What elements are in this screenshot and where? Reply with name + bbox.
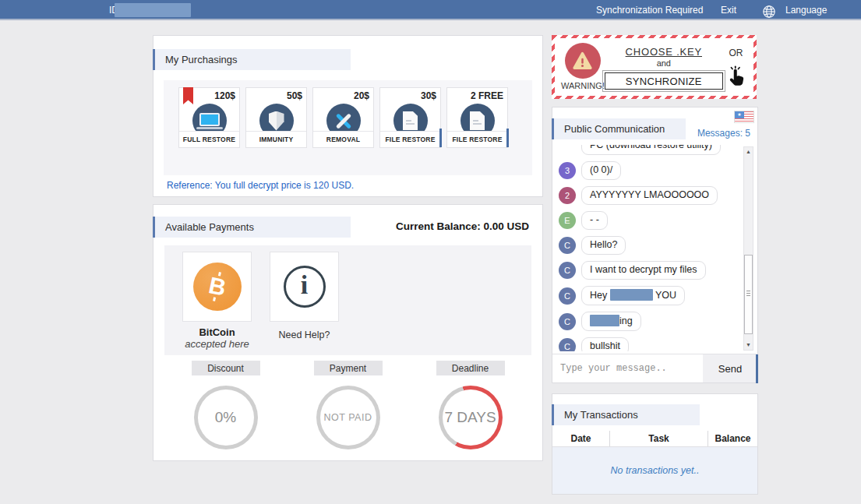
globe-icon (762, 5, 776, 19)
warning-label: WARNING! (561, 81, 605, 90)
messages-counter: Messages: 5 (697, 128, 750, 139)
product-label: IMMUNITY (246, 131, 306, 147)
column-date: Date (552, 431, 610, 446)
chat-scrollbar[interactable]: ▲ ▼ (743, 146, 753, 351)
product-price: 50$ (287, 90, 302, 101)
warning-icon (565, 43, 601, 79)
avatar: 3 (559, 162, 576, 179)
chat-message-row: PC (download restore utility) (559, 145, 744, 155)
stat-deadline: Deadline7 DAYS (409, 361, 531, 449)
redacted-text (610, 289, 653, 301)
chat-title: Public Communication (552, 118, 686, 139)
stat-value: 0% (215, 409, 236, 426)
product-card-full-restore[interactable]: 120$FULL RESTORE (178, 87, 240, 148)
no-transactions-text: No transactions yet.. (611, 465, 700, 476)
send-button[interactable]: Send (703, 354, 757, 382)
scrollbar-thumb[interactable] (744, 255, 753, 334)
bitcoin-icon (193, 263, 242, 311)
stat-label: Discount (192, 361, 260, 375)
language-button[interactable]: Language (785, 5, 827, 16)
payments-title: Available Payments (153, 217, 351, 238)
file-icon (403, 111, 418, 130)
stat-value: NOT PAID (324, 412, 372, 423)
avatar: C (559, 287, 576, 305)
product-card-file-restore[interactable]: 2 FREEFILE RESTORE (446, 87, 508, 148)
payment-stats: Discount0%PaymentNOT PAIDDeadline7 DAYS (164, 361, 531, 449)
or-label: OR (729, 48, 743, 58)
stat-label: Payment (314, 361, 383, 375)
column-balance: Balance (708, 431, 757, 446)
bitcoin-label: BitCoin (182, 326, 252, 338)
product-label: FULL RESTORE (179, 131, 239, 147)
chat-bubble: AYYYYYYY LMAOOOOOO (581, 186, 718, 205)
stat-discount: Discount0% (164, 361, 287, 449)
need-help-tile[interactable] (270, 252, 339, 322)
choose-key-link[interactable]: CHOOSE .KEY (626, 46, 702, 58)
stat-ring-deadline: 7 DAYS (439, 386, 503, 449)
chat-message-row: Cing (559, 312, 744, 331)
avatar: C (559, 313, 576, 330)
transactions-table-header: Date Task Balance (552, 431, 757, 447)
chat-bubble: (0 0)/ (581, 161, 621, 180)
topbar: ID: Synchronization Required Exit Langua… (0, 0, 861, 20)
purchasings-title: My Purchasings (153, 49, 351, 70)
avatar: C (559, 338, 576, 351)
purchasing-cards: 120$FULL RESTORE50$IMMUNITY20$REMOVAL30$… (164, 80, 532, 175)
stat-ring-payment: NOT PAID (316, 386, 380, 449)
product-price: 2 FREE (471, 90, 503, 101)
scroll-up-icon[interactable]: ▲ (744, 147, 753, 157)
transactions-empty-area: No transactions yet.. (552, 447, 757, 494)
chat-message-row: 3(0 0)/ (559, 161, 744, 180)
chat-bubble: Hello? (581, 236, 626, 255)
info-icon (284, 266, 326, 308)
product-price: 20$ (354, 90, 369, 101)
chat-message-row: CHey YOU (559, 286, 744, 305)
chat-bubble: PC (download restore utility) (581, 145, 721, 155)
need-help-label: Need Help? (270, 330, 339, 340)
synchronize-button[interactable]: SYNCHRONIZE (605, 72, 723, 90)
scroll-down-icon[interactable]: ▼ (744, 340, 753, 350)
current-balance: Current Balance: 0.00 USD (396, 220, 529, 232)
laptop-icon (199, 113, 220, 126)
stat-ring-discount: 0% (194, 386, 258, 449)
file-icon (470, 111, 485, 130)
transactions-title: My Transactions (552, 404, 700, 425)
product-label: FILE RESTORE (380, 131, 440, 147)
product-price: 30$ (421, 90, 436, 101)
reference-text: Reference: You full decrypt price is 120… (167, 180, 354, 191)
input-accent-bar (756, 354, 758, 383)
product-card-immunity[interactable]: 50$IMMUNITY (245, 87, 307, 148)
product-label: REMOVAL (313, 131, 373, 147)
product-card-file-restore[interactable]: 30$FILE RESTORE (379, 87, 441, 148)
redacted-text (590, 315, 619, 326)
exit-button[interactable]: Exit (721, 5, 736, 16)
bitcoin-sublabel: accepted here (182, 338, 252, 350)
avatar: 2 (559, 187, 576, 204)
product-label: FILE RESTORE (447, 131, 507, 147)
chat-message-row: CHello? (559, 236, 744, 255)
click-hand-icon (724, 65, 747, 91)
chat-bubble: - - (581, 211, 608, 230)
flag-icon (734, 111, 754, 123)
and-label: and (657, 58, 671, 68)
purchasings-panel: My Purchasings 120$FULL RESTORE50$IMMUNI… (153, 35, 543, 197)
chat-message-row: 2AYYYYYYY LMAOOOOOO (559, 186, 744, 205)
column-task: Task (610, 431, 708, 446)
tools-icon (333, 111, 354, 131)
chat-message-row: E- - (559, 211, 744, 230)
chat-panel: Public Communication Messages: 5 PC (dow… (552, 107, 758, 383)
shield-icon (269, 111, 284, 131)
stat-value: 7 DAYS (444, 409, 496, 426)
product-price: 120$ (214, 90, 235, 101)
payments-panel: Available Payments Current Balance: 0.00… (153, 204, 543, 461)
product-card-removal[interactable]: 20$REMOVAL (312, 87, 374, 148)
transactions-panel: My Transactions Date Task Balance No tra… (552, 393, 758, 495)
payment-methods-area: BitCoin accepted here Need Help? (164, 245, 531, 355)
chat-bubble: I want to decrypt my files (581, 261, 706, 280)
chat-message-input[interactable] (552, 354, 703, 382)
avatar: C (559, 262, 576, 279)
chat-message-list: PC (download restore utility)3(0 0)/2AYY… (559, 145, 744, 351)
bitcoin-tile[interactable] (182, 252, 252, 322)
chat-bubble: ing (581, 312, 641, 331)
warning-box: WARNING! CHOOSE .KEY and SYNCHRONIZE OR (552, 35, 757, 99)
